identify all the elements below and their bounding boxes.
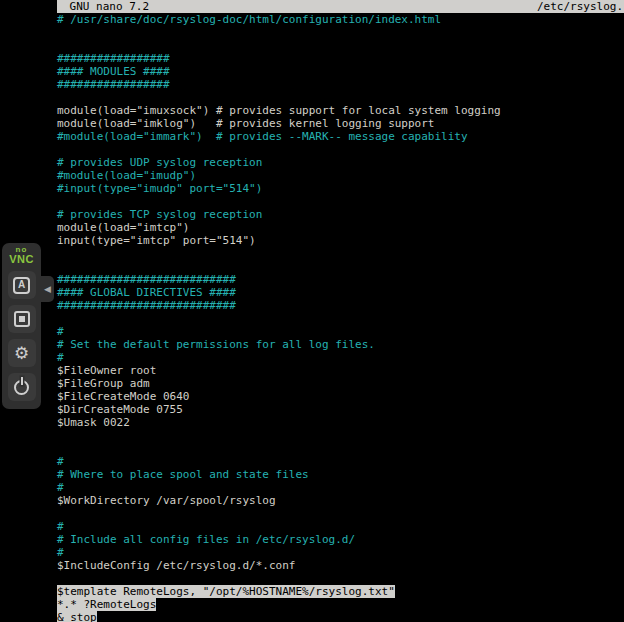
- vnc-viewport: GNU nano 7.2 /etc/rsyslog. # /usr/share/…: [0, 0, 624, 622]
- editor-line: #module(load="imudp"): [57, 169, 624, 182]
- editor-line: $DirCreateMode 0755: [57, 403, 624, 416]
- chevron-left-icon: ◀: [44, 284, 51, 294]
- editor-line: [57, 507, 624, 520]
- gear-icon: ⚙: [14, 345, 29, 362]
- editor-line: input(type="imtcp" port="514"): [57, 234, 624, 247]
- clipboard-icon: A: [13, 277, 30, 294]
- editor-line: [57, 39, 624, 52]
- editor-line: [57, 429, 624, 442]
- editor-line: ###########################: [57, 273, 624, 286]
- editor-line: #### GLOBAL DIRECTIVES ####: [57, 286, 624, 299]
- editor-line: # provides TCP syslog reception: [57, 208, 624, 221]
- editor-lines[interactable]: # /usr/share/doc/rsyslog-doc/html/config…: [57, 13, 624, 622]
- editor-line: #### MODULES ####: [57, 65, 624, 78]
- power-button[interactable]: [8, 373, 36, 401]
- editor-line: #: [57, 351, 624, 364]
- editor-line: $WorkDirectory /var/spool/rsyslog: [57, 494, 624, 507]
- novnc-control-bar: no VNC A ⚙: [2, 243, 41, 409]
- editor-line: # Include all config files in /etc/rsysl…: [57, 533, 624, 546]
- editor-line: $FileGroup adm: [57, 377, 624, 390]
- editor-line: ###########################: [57, 299, 624, 312]
- editor-line: # /usr/share/doc/rsyslog-doc/html/config…: [57, 13, 624, 26]
- editor-line: [57, 143, 624, 156]
- editor-line: #: [57, 546, 624, 559]
- editor-line: $FileOwner root: [57, 364, 624, 377]
- editor-line: & stop: [57, 611, 624, 622]
- editor-line: #################: [57, 78, 624, 91]
- editor-line: [57, 572, 624, 585]
- editor-line: #: [57, 455, 624, 468]
- editor-line: #: [57, 325, 624, 338]
- editor-line: #: [57, 481, 624, 494]
- editor-line: # Set the default permissions for all lo…: [57, 338, 624, 351]
- editor-line: #input(type="imudp" port="514"): [57, 182, 624, 195]
- editor-line: #: [57, 520, 624, 533]
- nano-file-path: /etc/rsyslog.: [537, 0, 624, 13]
- nano-app-title: GNU nano 7.2: [63, 0, 149, 13]
- nano-titlebar: GNU nano 7.2 /etc/rsyslog.: [57, 0, 624, 13]
- editor-line: [57, 247, 624, 260]
- editor-line: [57, 91, 624, 104]
- editor-line: module(load="imuxsock") # provides suppo…: [57, 104, 624, 117]
- editor-line: [57, 312, 624, 325]
- novnc-logo-vnc: VNC: [2, 254, 41, 265]
- editor-line: [57, 195, 624, 208]
- editor-line: *.* ?RemoteLogs: [57, 598, 624, 611]
- editor-line: #module(load="immark") # provides --MARK…: [57, 130, 624, 143]
- editor-line: # provides UDP syslog reception: [57, 156, 624, 169]
- novnc-logo: no VNC: [2, 246, 41, 265]
- editor-line: # Where to place spool and state files: [57, 468, 624, 481]
- fullscreen-button[interactable]: [8, 305, 36, 333]
- editor-line: $Umask 0022: [57, 416, 624, 429]
- editor-line: [57, 26, 624, 39]
- editor-line: [57, 260, 624, 273]
- fullscreen-icon: [14, 311, 30, 327]
- editor-line: $IncludeConfig /etc/rsyslog.d/*.conf: [57, 559, 624, 572]
- editor-line: module(load="imklog") # provides kernel …: [57, 117, 624, 130]
- editor-line: #################: [57, 52, 624, 65]
- settings-button[interactable]: ⚙: [8, 339, 36, 367]
- terminal-window[interactable]: GNU nano 7.2 /etc/rsyslog. # /usr/share/…: [57, 0, 624, 622]
- control-bar-collapse-handle[interactable]: ◀: [41, 276, 54, 302]
- power-icon: [14, 380, 29, 395]
- editor-line: module(load="imtcp"): [57, 221, 624, 234]
- editor-line: [57, 442, 624, 455]
- editor-line: $template RemoteLogs, "/opt/%HOSTNAME%/r…: [57, 585, 624, 598]
- editor-line: $FileCreateMode 0640: [57, 390, 624, 403]
- clipboard-button[interactable]: A: [8, 271, 36, 299]
